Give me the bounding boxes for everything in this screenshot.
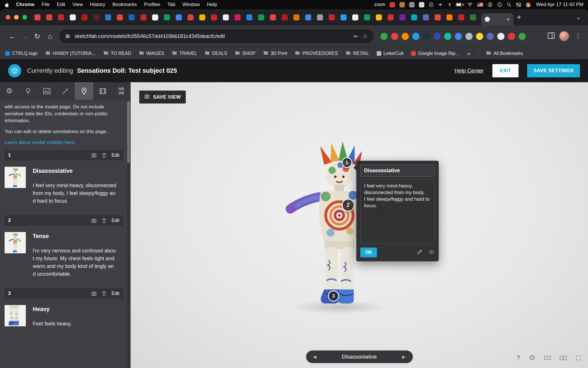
bookmark-item[interactable]: SHOP [235,51,255,56]
tab-favicon[interactable] [152,14,158,20]
menu-clock[interactable]: Wed Apr 17 11:42 PM [536,2,583,7]
scrollbar-thumb[interactable] [127,101,130,163]
browser-menu-icon[interactable]: ⋮ [574,32,582,40]
viewer-settings-gear-icon[interactable]: ⚙ [529,353,535,362]
annotation-title-input[interactable]: Disassosiative [360,165,435,177]
menu-item[interactable]: Profiles [144,2,160,7]
tab-favicon[interactable] [341,14,347,20]
annotation-thumbnail[interactable] [5,232,26,253]
tab-favicon[interactable] [93,14,99,20]
tab-favicon[interactable] [411,14,417,20]
menu-item[interactable]: Bookmarks [112,2,137,7]
tab-favicon[interactable] [329,14,335,20]
pencil-edit-icon[interactable] [417,249,423,256]
bookmark-item[interactable]: TO READ [103,51,131,56]
tab-favicon[interactable] [105,14,111,20]
site-info-icon[interactable] [65,33,71,39]
tab-favicon[interactable] [164,14,170,20]
bookmark-item[interactable]: HANDY (TUTORIA... [45,51,96,56]
tab-favicon[interactable] [305,14,311,20]
vr-headset-icon[interactable] [544,355,551,361]
user-account-icon[interactable] [488,2,493,7]
profile-avatar[interactable] [559,31,569,41]
bookmark-item[interactable]: Google Image Rip... [411,51,459,56]
menu-status-app-icon[interactable] [419,2,424,7]
extension-icon[interactable] [434,33,441,40]
exit-button[interactable]: EXIT [492,64,519,77]
tab-favicon[interactable] [435,14,441,20]
tab-favicon[interactable] [317,14,323,20]
extension-icon[interactable] [487,33,494,40]
tab-favicon[interactable] [270,14,276,20]
tab-favicon[interactable] [235,14,241,20]
camera-icon[interactable] [91,291,97,296]
tab-favicon[interactable] [176,14,182,20]
tab-favicon[interactable] [199,14,205,20]
tab-favicon[interactable] [70,14,76,20]
tab-favicon[interactable] [223,14,229,20]
tab-favicon[interactable] [376,14,382,20]
menu-status-app-icon[interactable] [399,2,405,7]
bookmarks-overflow-icon[interactable]: » [467,50,471,57]
menu-item[interactable]: History [90,2,105,7]
extension-icon[interactable] [423,33,430,40]
tab-favicon[interactable] [470,14,476,20]
wifi-icon[interactable] [467,2,473,7]
tab-favicon[interactable] [117,14,123,20]
tab-favicon[interactable] [187,14,194,20]
back-button[interactable]: ← [6,30,18,43]
clock-icon[interactable] [497,2,502,7]
menu-item[interactable]: Window [183,2,200,7]
tab-favicon[interactable] [246,14,252,20]
omnibox[interactable]: sketchfab.com/models/fc05546c57dd4103b61… [59,29,374,43]
new-tab-button[interactable]: + [513,14,525,21]
tab-favicon[interactable] [58,14,64,20]
extension-icon[interactable] [508,33,515,40]
reload-button[interactable]: ↻ [31,30,44,43]
annotation-marker-2[interactable]: 2 [342,199,355,212]
tab-favicon[interactable] [129,14,135,20]
trash-icon[interactable] [102,153,107,158]
post-processing-wand-icon[interactable] [56,82,75,100]
zoom-window-button[interactable] [22,15,27,20]
bluetooth-icon[interactable] [448,2,452,7]
bookmark-item[interactable]: TRAVEL [172,51,197,56]
tab-favicon[interactable] [399,14,405,20]
fullscreen-icon[interactable] [575,355,582,361]
save-settings-button[interactable]: SAVE SETTINGS [527,64,580,77]
tab-favicon[interactable] [293,14,299,20]
camera-icon[interactable] [91,153,97,158]
url-text[interactable]: sketchfab.com/models/fc05546c57dd4103b61… [75,33,225,39]
menu-app-name[interactable]: Chrome [16,2,34,7]
prev-annotation-button[interactable]: ◀ [310,354,320,359]
help-icon[interactable]: ? [516,354,521,362]
chrome-menu-icon[interactable] [526,2,531,7]
bookmark-star-icon[interactable]: ☆ [363,33,368,40]
minimize-window-button[interactable] [14,15,19,20]
annotation-body-textarea[interactable]: I feel very mind-heavy, disconnected fro… [360,179,435,244]
tab-favicon[interactable] [352,14,358,20]
menu-item[interactable]: View [72,2,83,7]
extension-icon[interactable] [455,33,462,40]
tab-favicon[interactable] [258,14,264,20]
control-center-icon[interactable] [516,2,521,7]
menu-status-app-icon[interactable] [409,2,415,7]
active-tab[interactable]: × [481,13,513,25]
annotation-thumbnail[interactable] [5,305,26,326]
password-key-icon[interactable] [353,33,359,39]
sketchfab-logo-icon[interactable] [8,64,21,77]
annotation-thumbnail[interactable] [5,167,26,188]
bookmark-item[interactable]: LetterCult [377,51,403,56]
spotlight-icon[interactable] [506,2,512,7]
tab-favicon[interactable] [140,14,146,20]
tab-favicon[interactable] [423,14,429,20]
close-window-button[interactable] [6,15,10,20]
bookmark-item[interactable]: DEALS [205,51,227,56]
annotation-marker-1[interactable]: 1 [342,157,352,168]
apple-icon[interactable] [5,2,9,7]
annotations-pin-icon[interactable] [75,82,93,100]
tab-favicon[interactable] [46,14,52,20]
annotation-edit-link[interactable]: Edit [111,290,119,297]
tab-close-icon[interactable]: × [506,16,510,22]
scene-settings-gear-icon[interactable]: ⚙ [0,82,19,100]
